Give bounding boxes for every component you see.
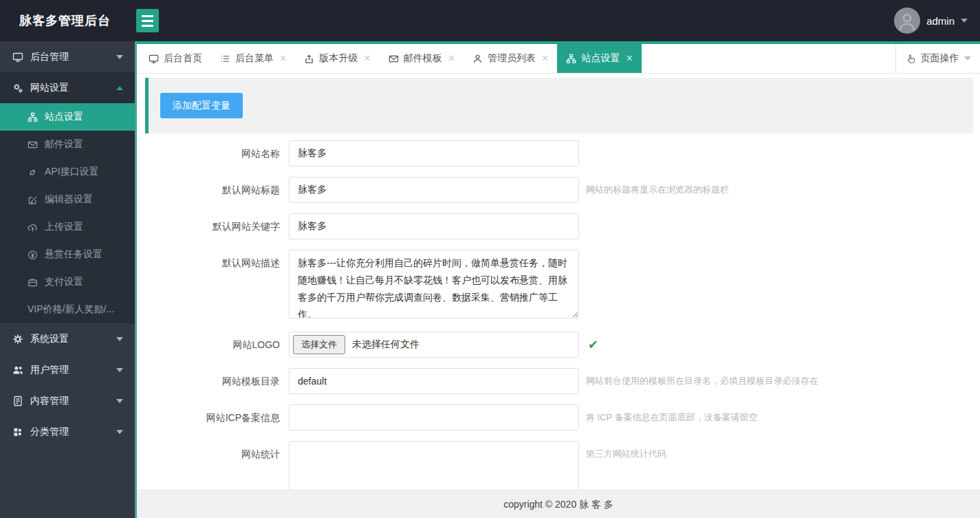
tab-backend-menu[interactable]: 后台菜单 ×: [211, 44, 295, 73]
envelope-icon: [389, 54, 399, 64]
yen-circle-icon: [28, 250, 38, 260]
template-dir-input[interactable]: [289, 368, 579, 394]
gears-icon: [12, 83, 23, 94]
sidebar-scrollbar[interactable]: [135, 41, 137, 518]
site-name-input[interactable]: [289, 140, 579, 166]
close-icon[interactable]: ×: [626, 53, 632, 64]
tab-admin-list[interactable]: 管理员列表 ×: [464, 44, 557, 73]
choose-file-button[interactable]: 选择文件: [293, 335, 345, 354]
add-config-variable-button[interactable]: 添加配置变量: [160, 93, 243, 118]
hamburger-icon[interactable]: [136, 9, 159, 32]
close-icon[interactable]: ×: [448, 53, 455, 64]
close-icon[interactable]: ×: [364, 53, 370, 64]
sidebar-item-backend[interactable]: 后台管理: [0, 41, 137, 72]
desktop-icon: [149, 54, 159, 64]
field-label: 网站名称: [137, 140, 280, 166]
chevron-down-icon: [961, 19, 968, 23]
wallet-icon: [28, 277, 38, 288]
analytics-textarea[interactable]: [289, 441, 579, 490]
field-label: 默认网站描述: [137, 250, 280, 276]
username-label: admin: [926, 15, 955, 27]
users-icon: [12, 365, 23, 376]
sidebar-item-task-settings[interactable]: 悬赏任务设置: [0, 241, 137, 268]
site-description-textarea[interactable]: 脉客多---让你充分利用自己的碎片时间，做简单悬赏任务，随时随地赚钱！让自己每月…: [289, 250, 579, 319]
plug-icon: [28, 167, 38, 177]
tab-site-settings[interactable]: 站点设置 ×: [557, 44, 641, 73]
document-icon: [12, 396, 23, 407]
sidebar-submenu: 站点设置 邮件设置 API接口设置 编辑器设置: [0, 103, 137, 323]
sidebar-item-upload-settings[interactable]: 上传设置: [0, 213, 137, 241]
page-action-dropdown[interactable]: 页面操作: [895, 44, 980, 73]
no-file-text: 未选择任何文件: [352, 338, 420, 351]
chevron-up-icon: [116, 86, 123, 90]
field-hint: 网站的标题将显示在浏览器的标题栏: [586, 177, 729, 203]
field-hint: 将 ICP 备案信息在页面底部，没备案请留空: [586, 404, 758, 431]
chevron-down-icon: [964, 56, 971, 61]
edit-icon: [28, 195, 38, 205]
chevron-down-icon: [116, 55, 123, 59]
field-label: 网站模板目录: [137, 368, 280, 394]
sidebar-item-system-settings[interactable]: 系统设置: [0, 323, 137, 354]
sidebar-item-api-settings[interactable]: API接口设置: [0, 158, 137, 186]
sidebar-item-user-management[interactable]: 用户管理: [0, 354, 137, 385]
content-area: 后台首页 后台菜单 × 版本升级 × 邮件模板 ×: [137, 41, 980, 518]
form-row-site-title: 默认网站标题 网站的标题将显示在浏览器的标题栏: [137, 177, 980, 203]
main-panel: 添加配置变量 网站名称 默认网站标题 网站的标题将显示在浏览器的标题栏 默认网站…: [137, 74, 980, 490]
close-icon[interactable]: ×: [542, 53, 548, 64]
grid-icon: [12, 427, 23, 438]
envelope-icon: [28, 140, 38, 150]
sidebar-item-content-management[interactable]: 内容管理: [0, 385, 137, 416]
settings-form: 网站名称 默认网站标题 网站的标题将显示在浏览器的标题栏 默认网站关键字 默认网…: [137, 140, 980, 490]
chevron-down-icon: [116, 430, 123, 434]
site-title-input[interactable]: [289, 177, 579, 203]
icp-input[interactable]: [289, 404, 579, 431]
tab-mail-template[interactable]: 邮件模板 ×: [380, 44, 464, 73]
sidebar-item-payment-settings[interactable]: 支付设置: [0, 268, 137, 296]
sidebar-item-site-settings[interactable]: 站点设置: [0, 103, 137, 131]
chevron-down-icon: [116, 399, 123, 403]
form-row-analytics: 网站统计 第三方网站统计代码: [137, 441, 980, 490]
field-label: 网站统计: [137, 441, 280, 467]
check-icon: ✔: [588, 332, 598, 358]
sidebar-item-category-management[interactable]: 分类管理: [0, 416, 137, 447]
field-hint: 第三方网站统计代码: [586, 441, 666, 467]
tab-dashboard[interactable]: 后台首页: [140, 44, 211, 73]
tab-version-upgrade[interactable]: 版本升级 ×: [295, 44, 379, 73]
toolbar: 添加配置变量: [145, 78, 973, 133]
footer: copyright © 2020 脉 客 多: [137, 490, 980, 518]
form-row-site-logo: 网站LOGO 选择文件 未选择任何文件 ✔: [137, 332, 980, 358]
site-keywords-input[interactable]: [289, 213, 579, 239]
sitemap-icon: [28, 112, 38, 122]
user-menu[interactable]: admin: [894, 0, 968, 41]
field-label: 网站LOGO: [137, 332, 280, 358]
sidebar-item-vip-settings[interactable]: VIP价格/新人奖励/...: [0, 296, 137, 323]
chevron-down-icon: [116, 368, 123, 372]
hand-pointer-icon: [906, 54, 916, 64]
desktop-icon: [12, 52, 23, 63]
copyright-text: copyright © 2020 脉 客 多: [503, 499, 613, 510]
close-icon[interactable]: ×: [280, 53, 286, 64]
chevron-down-icon: [116, 337, 123, 341]
form-row-site-name: 网站名称: [137, 140, 980, 166]
sidebar-item-website-settings[interactable]: 网站设置: [0, 72, 137, 103]
app-title: 脉客多管理后台: [19, 0, 111, 41]
sidebar-item-editor-settings[interactable]: 编辑器设置: [0, 186, 137, 213]
topbar: 脉客多管理后台 admin: [0, 0, 980, 41]
upload-icon: [304, 54, 314, 64]
field-hint: 网站前台使用的模板所在目录名，必填且模板目录必须存在: [586, 368, 818, 394]
gear-icon: [12, 334, 23, 345]
form-row-site-keywords: 默认网站关键字: [137, 213, 980, 239]
field-label: 默认网站标题: [137, 177, 280, 203]
user-icon: [472, 54, 483, 64]
sidebar-item-mail-settings[interactable]: 邮件设置: [0, 131, 137, 158]
field-label: 默认网站关键字: [137, 213, 280, 239]
field-label: 网站ICP备案信息: [137, 404, 280, 431]
form-row-site-description: 默认网站描述 脉客多---让你充分利用自己的碎片时间，做简单悬赏任务，随时随地赚…: [137, 250, 980, 321]
user-avatar-icon: [894, 8, 920, 34]
list-icon: [220, 54, 230, 64]
sitemap-icon: [566, 54, 576, 64]
tabbar: 后台首页 后台菜单 × 版本升级 × 邮件模板 ×: [137, 41, 980, 74]
logo-file-input[interactable]: 选择文件 未选择任何文件: [289, 332, 579, 358]
sidebar: 后台管理 网站设置 站点设置 邮件设置: [0, 41, 137, 518]
form-row-icp: 网站ICP备案信息 将 ICP 备案信息在页面底部，没备案请留空: [137, 404, 980, 431]
